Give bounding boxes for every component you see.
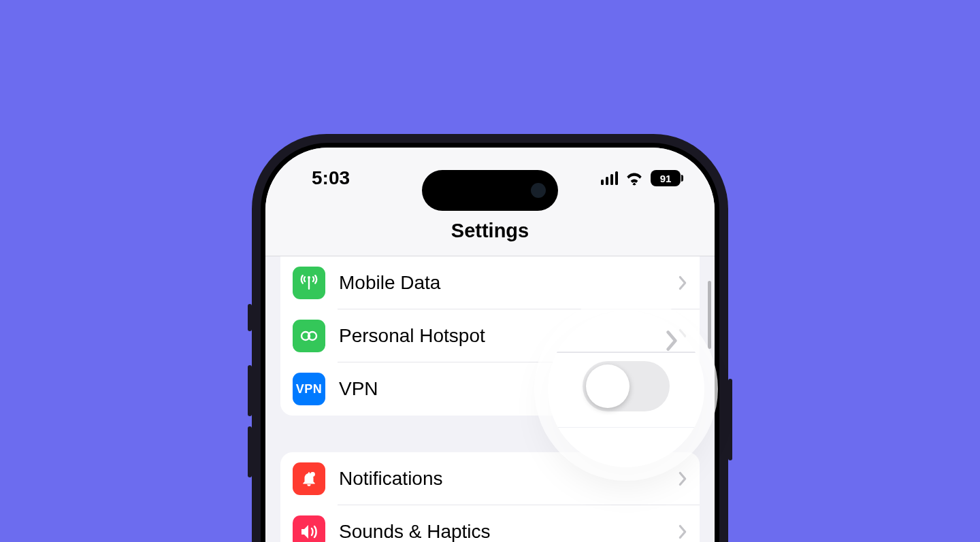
power-button <box>728 379 732 460</box>
row-mobile-data[interactable]: Mobile Data <box>280 256 700 309</box>
chevron-right-icon <box>678 275 687 290</box>
hotspot-icon <box>293 320 325 352</box>
row-label: Sounds & Haptics <box>339 521 678 542</box>
status-indicators: 91 <box>601 170 681 186</box>
vpn-toggle-zoomed[interactable] <box>583 361 670 411</box>
chevron-right-icon <box>678 471 687 486</box>
svg-point-0 <box>308 276 310 279</box>
vpn-icon-text: VPN <box>296 382 323 396</box>
wifi-icon <box>625 171 644 186</box>
sounds-icon <box>293 515 325 542</box>
row-label: Mobile Data <box>339 272 678 294</box>
chevron-right-icon <box>678 524 687 539</box>
svg-point-3 <box>310 472 315 477</box>
battery-level: 91 <box>660 173 672 184</box>
phone-frame: 5:03 91 Settings <box>252 134 728 542</box>
cellular-icon <box>601 171 619 185</box>
dynamic-island <box>422 170 558 211</box>
chevron-right-icon <box>665 330 679 354</box>
battery-indicator: 91 <box>651 170 681 186</box>
vpn-icon: VPN <box>293 373 325 405</box>
silence-switch <box>248 304 252 331</box>
row-label: Notifications <box>339 468 678 490</box>
row-sounds-haptics[interactable]: Sounds & Haptics <box>280 505 700 542</box>
status-time: 5:03 <box>312 167 350 189</box>
toggle-knob <box>586 365 630 408</box>
notifications-icon <box>293 462 325 495</box>
volume-up-button <box>248 365 252 416</box>
scroll-indicator[interactable] <box>708 281 711 349</box>
volume-down-button <box>248 426 252 477</box>
magnifier-callout <box>548 311 704 467</box>
mobile-data-icon <box>293 267 325 299</box>
